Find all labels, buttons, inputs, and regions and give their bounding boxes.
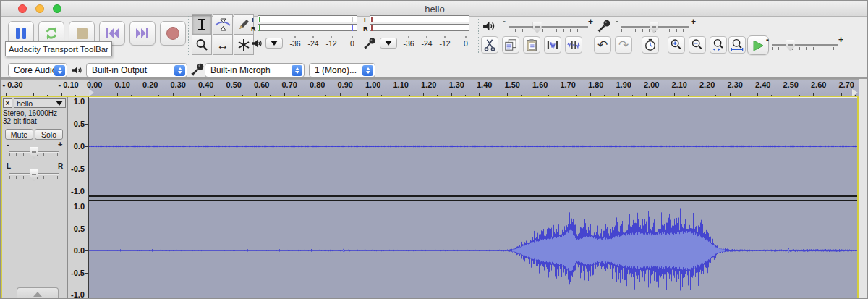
timeline-label: 0.70: [282, 80, 297, 89]
output-volume-slider[interactable]: [509, 25, 588, 33]
timeshift-tool-button[interactable]: ↔: [213, 35, 233, 55]
waveform-canvas[interactable]: [89, 98, 859, 299]
close-icon: ×: [6, 99, 10, 107]
paste-button[interactable]: [523, 36, 540, 54]
multi-tool-button[interactable]: [234, 35, 254, 55]
input-device-select[interactable]: Built-in Microph: [205, 63, 305, 77]
input-device-microphone-icon: [190, 62, 205, 77]
cut-button[interactable]: [481, 36, 498, 54]
collapse-track-button[interactable]: [17, 287, 59, 299]
timeline-tick: [715, 95, 716, 98]
trim-outside-selection-button[interactable]: [544, 36, 561, 54]
audio-host-select[interactable]: Core Audio: [8, 63, 67, 77]
timeline-tick: [381, 95, 382, 98]
playback-meter-dropdown-button[interactable]: [265, 38, 283, 49]
envelope-tool-icon: [215, 17, 231, 32]
output-volume-plus-label: +: [588, 17, 593, 27]
recording-meter-left-bar[interactable]: [370, 15, 469, 22]
slider-ticks: [772, 47, 838, 50]
timeline-tick: [646, 93, 647, 97]
waveform-area[interactable]: [89, 98, 859, 299]
undo-button[interactable]: ↶: [594, 36, 611, 54]
timeline-label: 0.60: [254, 80, 269, 89]
timeline-tick: [242, 95, 243, 98]
track-title-menu[interactable]: hello: [14, 98, 66, 108]
timeline-label: 2.40: [755, 80, 770, 89]
timeline-label: 1.40: [477, 80, 492, 89]
meter-peak-tick: [259, 17, 260, 22]
output-device-speaker-icon: [72, 65, 83, 75]
gain-thumb[interactable]: [30, 147, 38, 159]
timeline-tick: [229, 93, 229, 97]
vertical-ruler-tick: [85, 273, 88, 274]
cut-icon: [483, 38, 496, 51]
stepper-icon: [362, 65, 373, 76]
mixer-toolbar-grip[interactable]: [477, 18, 480, 34]
silence-selection-button[interactable]: [565, 36, 582, 54]
timeline-tick: [479, 93, 480, 97]
timeline-tick: [326, 95, 326, 98]
timeline-label: 2.00: [644, 80, 659, 89]
track-area-right-margin: [859, 79, 868, 299]
copy-icon: [504, 38, 517, 51]
playback-meter-right-bar[interactable]: [258, 24, 357, 31]
timeline-label: 1.90: [616, 80, 631, 89]
timeline-label: - 0.30: [3, 80, 23, 89]
timeline-tick: [674, 93, 675, 97]
window-title: hello: [1, 4, 868, 14]
edit-toolbar-grip[interactable]: [477, 36, 480, 54]
timeline-tick: [354, 95, 354, 98]
close-track-button[interactable]: ×: [3, 98, 12, 108]
timeline-tick: [270, 95, 271, 98]
fit-selection-button[interactable]: [710, 36, 727, 54]
solo-button[interactable]: Solo: [35, 129, 63, 140]
mute-button[interactable]: Mute: [5, 129, 33, 140]
recording-meter-right-bar[interactable]: [370, 24, 469, 31]
device-toolbar-grip[interactable]: [3, 62, 6, 77]
tools-toolbar-grip[interactable]: [187, 15, 190, 55]
window-titlebar[interactable]: hello: [1, 1, 868, 17]
meter-scale-label: -24: [421, 39, 432, 48]
recording-meter-dropdown-button[interactable]: [380, 38, 397, 49]
gain-plus-label: +: [58, 140, 62, 148]
zoom-tool-button[interactable]: [192, 35, 212, 55]
zoom-in-button[interactable]: [668, 36, 685, 54]
zoom-out-button[interactable]: [689, 36, 706, 54]
playback-meter-right-label: R: [251, 25, 256, 33]
pan-thumb[interactable]: [30, 169, 38, 181]
stepper-icon: [174, 65, 185, 76]
timeline-tick: [340, 93, 341, 97]
output-device-select[interactable]: Built-in Output: [86, 63, 187, 77]
output-volume-speaker-icon: [482, 20, 496, 32]
vertical-scale-ruler[interactable]: 1.00.50.0-0.5-1.01.00.50.0-0.5-1.0: [68, 97, 89, 299]
timeline-label: 1.60: [532, 80, 548, 89]
playback-speed-slider[interactable]: [772, 43, 838, 51]
input-volume-slider[interactable]: [621, 25, 689, 33]
input-channels-select[interactable]: 1 (Mono)...: [309, 63, 375, 77]
selection-tool-button[interactable]: [192, 14, 212, 35]
pan-slider[interactable]: [9, 172, 59, 180]
timeline-label: 0.10: [115, 80, 130, 89]
timeline-tick: [771, 95, 772, 98]
timeline-tick: [604, 95, 605, 98]
fit-project-icon: [731, 38, 744, 51]
record-button[interactable]: [160, 21, 186, 46]
playback-meter-left-label: L: [252, 17, 256, 24]
zoom-tool-icon: [195, 38, 208, 51]
zoom-in-icon: [670, 38, 683, 51]
vertical-ruler-label: -1.0: [71, 187, 85, 195]
skip-to-end-button[interactable]: [129, 21, 156, 46]
envelope-tool-button[interactable]: [213, 14, 233, 35]
zoom-out-icon: [691, 38, 704, 51]
fit-project-button[interactable]: [728, 36, 746, 54]
input-volume-plus-label: +: [691, 17, 696, 27]
timeline-label: 0.50: [226, 80, 242, 89]
playback-meter-left-bar[interactable]: [258, 15, 357, 22]
copy-button[interactable]: [502, 36, 519, 54]
timeline-label: 1.00: [365, 80, 380, 89]
gain-slider[interactable]: [9, 149, 59, 158]
timeline-tick: [548, 95, 549, 98]
zoom-toggle-button[interactable]: [642, 36, 659, 54]
timeline-ruler[interactable]: - 0.30- 0.100.000.100.200.300.400.500.60…: [1, 79, 859, 97]
redo-button[interactable]: ↷: [615, 36, 632, 54]
